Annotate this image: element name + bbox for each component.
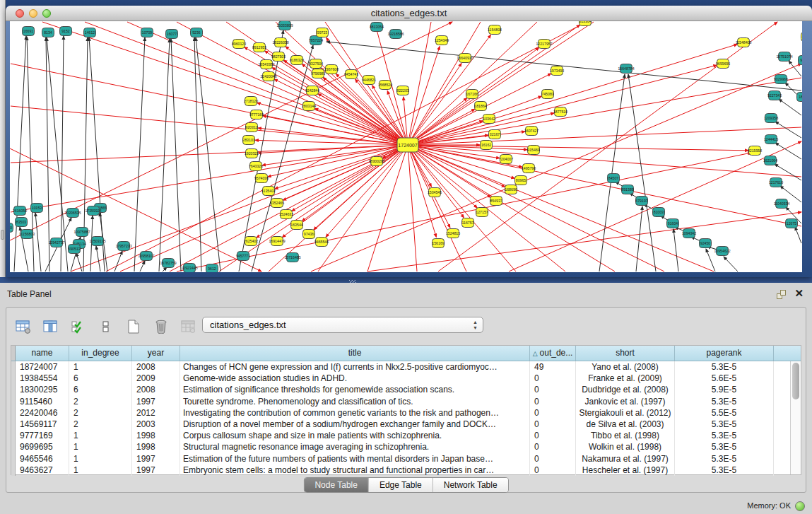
- table-cell[interactable]: 2008: [132, 384, 180, 395]
- tab-network-table[interactable]: Network Table: [433, 478, 508, 492]
- create-column-icon[interactable]: [125, 319, 142, 334]
- column-header-name[interactable]: name: [16, 346, 69, 361]
- column-header-year[interactable]: year: [132, 346, 180, 361]
- graph-edge[interactable]: [47, 37, 68, 271]
- table-cell[interactable]: 6: [69, 384, 132, 395]
- table-cell[interactable]: 2003: [132, 419, 180, 430]
- table-cell[interactable]: 0: [530, 396, 576, 407]
- graph-edge[interactable]: [42, 22, 408, 145]
- column-header-out-de-[interactable]: △out_de...: [530, 346, 576, 361]
- table-mode-icon[interactable]: [15, 319, 32, 334]
- graph-edge[interactable]: [795, 227, 801, 243]
- graph-edge[interactable]: [408, 145, 477, 208]
- select-rows-icon[interactable]: [70, 319, 87, 334]
- graph-edge[interactable]: [35, 213, 41, 271]
- table-cell[interactable]: 5.6E-5: [675, 373, 774, 384]
- table-row[interactable]: 1872400712008Changes of HCN gene express…: [11, 361, 801, 373]
- table-cell[interactable]: 0: [530, 453, 576, 465]
- table-cell[interactable]: de Silva et al. (2003): [576, 419, 675, 430]
- tab-node-table[interactable]: Node Table: [304, 478, 368, 492]
- table-cell[interactable]: 1: [69, 453, 132, 465]
- left-splitter[interactable]: [0, 0, 6, 277]
- table-cell[interactable]: 5.3E-5: [675, 430, 774, 441]
- graph-edge[interactable]: [257, 145, 408, 238]
- graph-edge[interactable]: [724, 257, 738, 271]
- table-cell[interactable]: 5.3E-5: [675, 396, 774, 407]
- column-header-pagerank[interactable]: pagerank: [675, 346, 774, 361]
- table-cell[interactable]: 0: [530, 430, 576, 441]
- graph-edge[interactable]: [408, 145, 664, 271]
- graph-edge[interactable]: [775, 122, 801, 138]
- graph-edge[interactable]: [673, 229, 678, 271]
- show-columns-icon[interactable]: [42, 319, 59, 334]
- column-header-short[interactable]: short: [576, 346, 675, 361]
- tab-edge-table[interactable]: Edge Table: [368, 478, 433, 492]
- table-cell[interactable]: 5.3E-5: [675, 361, 774, 373]
- graph-edge[interactable]: [268, 145, 408, 177]
- table-cell[interactable]: Tibbo et al. (1998): [576, 430, 675, 441]
- table-cell[interactable]: 9465546: [16, 453, 69, 465]
- table-cell[interactable]: 2012: [132, 407, 180, 419]
- table-cell[interactable]: 2008: [132, 361, 180, 373]
- table-cell[interactable]: 9777169: [16, 430, 69, 441]
- graph-edge[interactable]: [96, 246, 100, 271]
- table-row[interactable]: 1830029562008Estimation of significance …: [11, 384, 801, 395]
- table-cell[interactable]: Estimation of the future numbers of pati…: [180, 453, 530, 465]
- graph-edge[interactable]: [636, 206, 642, 271]
- graph-edge[interactable]: [408, 145, 466, 271]
- splitter-handle[interactable]: [1, 230, 4, 240]
- graph-edge[interactable]: [283, 145, 408, 200]
- table-cell[interactable]: 2: [69, 419, 132, 430]
- table-cell[interactable]: 49: [530, 361, 576, 373]
- table-cell[interactable]: 18300295: [16, 384, 69, 395]
- graph-edge[interactable]: [408, 145, 464, 218]
- table-cell[interactable]: 0: [530, 373, 576, 384]
- table-cell[interactable]: Franke et al. (2009): [576, 373, 675, 384]
- table-row[interactable]: 946554611997Estimation of the future num…: [11, 453, 801, 465]
- table-cell[interactable]: 2: [69, 407, 132, 419]
- table-cell[interactable]: Estimation of significance thresholds fo…: [180, 384, 530, 395]
- column-header-in-degree[interactable]: in_degree: [69, 346, 132, 361]
- table-cell[interactable]: 9699695: [16, 441, 69, 452]
- citation-graph[interactable]: 1724007166918134915214612107091607792361…: [10, 21, 802, 272]
- table-cell[interactable]: 19384554: [16, 373, 69, 384]
- table-row[interactable]: 977716911998Corpus callosum shape and si…: [11, 430, 801, 441]
- table-cell[interactable]: 0: [530, 384, 576, 395]
- table-cell[interactable]: 5.3E-5: [675, 419, 774, 430]
- memory-status-indicator[interactable]: [795, 501, 805, 511]
- table-row[interactable]: 911546021997Tourette syndrome. Phenomeno…: [11, 396, 801, 407]
- table-cell[interactable]: Tourette syndrome. Phenomenology and cla…: [180, 396, 530, 407]
- table-cell[interactable]: 9115460: [16, 396, 69, 407]
- table-cell[interactable]: 6: [69, 373, 132, 384]
- table-cell[interactable]: 1998: [132, 441, 180, 452]
- table-cell[interactable]: 0: [530, 465, 576, 476]
- table-cell[interactable]: 5.3E-5: [675, 465, 774, 476]
- table-cell[interactable]: 18724007: [16, 361, 69, 373]
- graph-edge[interactable]: [46, 37, 49, 271]
- table-cell[interactable]: 1998: [132, 430, 180, 441]
- delete-table-icon[interactable]: [180, 319, 197, 334]
- table-cell[interactable]: Investigating the contribution of common…: [180, 407, 530, 419]
- table-row[interactable]: 1938455462009Genome-wide association stu…: [11, 373, 801, 384]
- table-cell[interactable]: Stergiakouli et al. (2012): [576, 407, 675, 419]
- scrollbar-thumb[interactable]: [792, 363, 799, 399]
- graph-edge[interactable]: [114, 251, 122, 271]
- graph-edge[interactable]: [408, 145, 801, 177]
- graph-edge[interactable]: [408, 145, 714, 271]
- table-cell[interactable]: 1: [69, 465, 132, 476]
- delete-column-icon[interactable]: [153, 319, 170, 334]
- table-cell[interactable]: 5.3E-5: [675, 441, 774, 452]
- table-row[interactable]: 2242004622012Investigating the contribut…: [11, 407, 801, 419]
- table-cell[interactable]: 1: [69, 441, 132, 452]
- table-cell[interactable]: Hescheler et al. (1997): [576, 465, 675, 476]
- table-cell[interactable]: 9463627: [16, 465, 69, 476]
- table-row[interactable]: 969969511998Structural magnetic resonanc…: [11, 441, 801, 452]
- table-cell[interactable]: Structural magnetic resonance image aver…: [180, 441, 530, 452]
- graph-edge[interactable]: [10, 22, 452, 240]
- table-cell[interactable]: 5.3E-5: [675, 453, 774, 465]
- graph-edge[interactable]: [134, 37, 145, 271]
- graph-edge[interactable]: [509, 141, 801, 271]
- table-cell[interactable]: 5.5E-5: [675, 407, 774, 419]
- table-cell[interactable]: 22420046: [16, 407, 69, 419]
- graph-edge[interactable]: [177, 153, 751, 271]
